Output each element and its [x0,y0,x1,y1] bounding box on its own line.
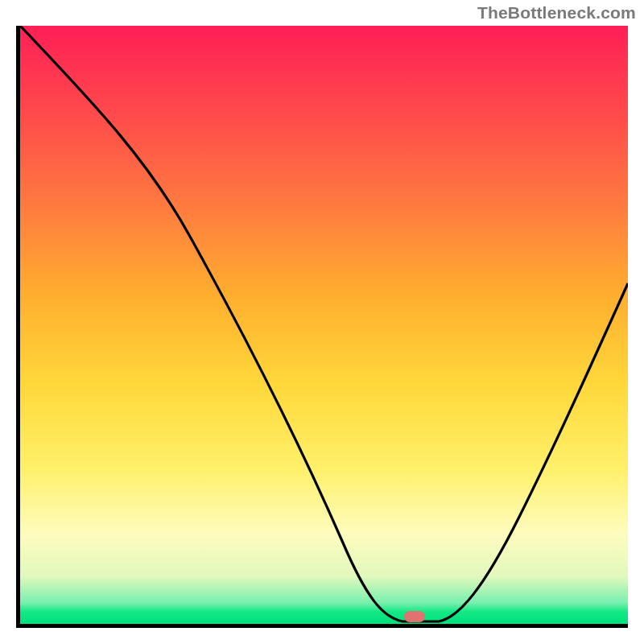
plot-area [16,26,628,628]
chart-container: TheBottleneck.com [0,0,644,644]
optimal-point-marker [404,611,425,622]
bottleneck-curve [20,26,628,624]
watermark-text: TheBottleneck.com [477,3,636,23]
